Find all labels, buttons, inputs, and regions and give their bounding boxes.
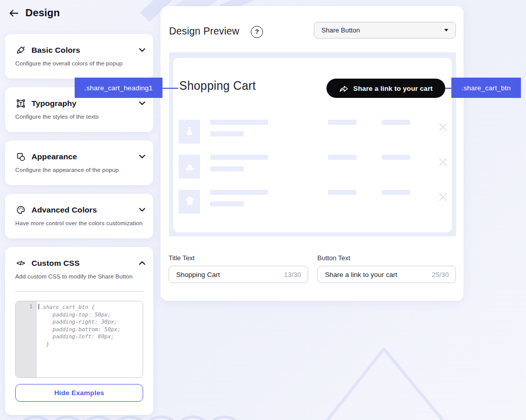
share-arrow-icon [339,85,349,92]
button-text-label: Button Text [317,254,350,262]
page-header: Design [8,7,60,19]
cart-item-row [173,120,452,144]
section-toggle-typography[interactable]: Typography [15,98,145,109]
share-button-label: Share a link to your cart [353,85,433,92]
item-thumbnail [179,190,200,214]
heading-selector-badge: .share_cart_heading1 [75,78,162,98]
divider [15,291,143,292]
hide-examples-button[interactable]: Hide Examples [15,384,143,402]
button-selector-badge: .share_cart_btn [451,78,521,98]
section-description: Configure the appearance of the popup [15,167,146,173]
line-number: 1 [29,303,32,309]
section-title: Basic Colors [31,46,134,55]
section-card-custom-css: </> Custom CSS Add custom CSS to modify … [5,247,153,415]
section-toggle-advanced-colors[interactable]: Advanced Colors [15,204,145,215]
chevron-down-icon [139,48,145,52]
section-title: Advanced Colors [31,205,134,215]
section-title: Custom CSS [31,259,134,268]
cart-item-row [173,155,452,179]
skeleton-bar [210,120,268,125]
section-description: Add custom CSS to modify the Share Butto… [15,273,146,279]
chevron-up-icon [139,261,145,265]
preview-frame: Shopping Cart Share a link to your cart [169,52,456,236]
section-description: Configure the styles of the texts [15,114,146,120]
button-selector-connector [445,88,451,89]
cart-heading: Shopping Cart [179,79,256,93]
heading-selector-connector [162,88,178,89]
dropdown-selected-value: Share Button [321,26,444,34]
back-button[interactable] [8,8,19,19]
close-x-icon[interactable] [439,123,447,131]
dress-icon [184,126,195,137]
chevron-down-icon [139,155,145,158]
title-text-label: Title Text [169,254,194,262]
chevron-down-icon [139,208,145,212]
hat-icon [184,161,195,172]
share-cart-button[interactable]: Share a link to your cart [326,79,445,98]
page-title: Design [25,7,60,19]
design-page: Design Basic Colors Configure the overal… [0,0,526,420]
skeleton-bar [382,155,410,160]
palette-icon [15,204,26,215]
preview-element-dropdown[interactable]: Share Button [314,22,456,39]
section-toggle-custom-css[interactable]: </> Custom CSS [15,258,145,268]
skeleton-bar [210,131,244,136]
button-char-counter: 25/30 [432,271,449,278]
skeleton-bar [328,120,356,125]
section-card-advanced-colors: Advanced Colors Have more control over t… [5,194,153,238]
panel-title: Design Preview [169,25,239,37]
typography-frame-icon [15,98,26,109]
title-char-counter: 13/30 [284,271,301,278]
tshirt-icon [184,196,195,207]
skeleton-bar [328,190,356,195]
question-glyph: ? [255,28,259,36]
css-example-code: .share_cart_btn { padding-top: 50px; pad… [40,303,141,348]
css-code-editor[interactable]: 1 .share_cart_btn { padding-top: 50px; p… [15,301,143,378]
question-mark-icon[interactable]: ? [251,26,263,38]
close-x-icon[interactable] [439,158,447,166]
paintbrush-icon [15,45,26,55]
section-card-basic-colors: Basic Colors Configure the overall color… [5,34,153,79]
section-description: Configure the overall colors of the popu… [15,60,146,66]
skeleton-bar [210,155,268,160]
section-title: Appearance [31,152,134,161]
title-text-field-wrap: 13/30 [169,266,308,283]
editor-gutter: 1 [16,301,37,377]
skeleton-bar [382,190,410,195]
chevron-down-icon [139,101,145,105]
section-title: Typography [31,99,134,108]
close-x-icon[interactable] [439,193,447,201]
shapes-icon [15,151,26,162]
item-thumbnail [179,155,200,179]
button-text-field-wrap: 25/30 [317,266,456,283]
skeleton-bar [328,155,356,160]
section-toggle-basic-colors[interactable]: Basic Colors [15,45,145,55]
skeleton-bar [210,201,244,206]
section-card-appearance: Appearance Configure the appearance of t… [5,141,153,185]
section-description: Have more control over the colors custom… [15,220,146,226]
section-toggle-appearance[interactable]: Appearance [15,151,145,162]
caret-down-icon [444,29,448,31]
code-icon: </> [15,258,26,268]
arrow-left-icon [9,8,19,18]
design-preview-panel: Design Preview ? Share Button Shopping C… [160,6,464,301]
cart-item-row [173,190,452,214]
skeleton-bar [210,166,244,171]
item-thumbnail [179,120,200,144]
skeleton-bar [382,120,410,125]
cart-popup-preview: Shopping Cart Share a link to your cart [173,58,452,232]
skeleton-bar [210,190,268,195]
